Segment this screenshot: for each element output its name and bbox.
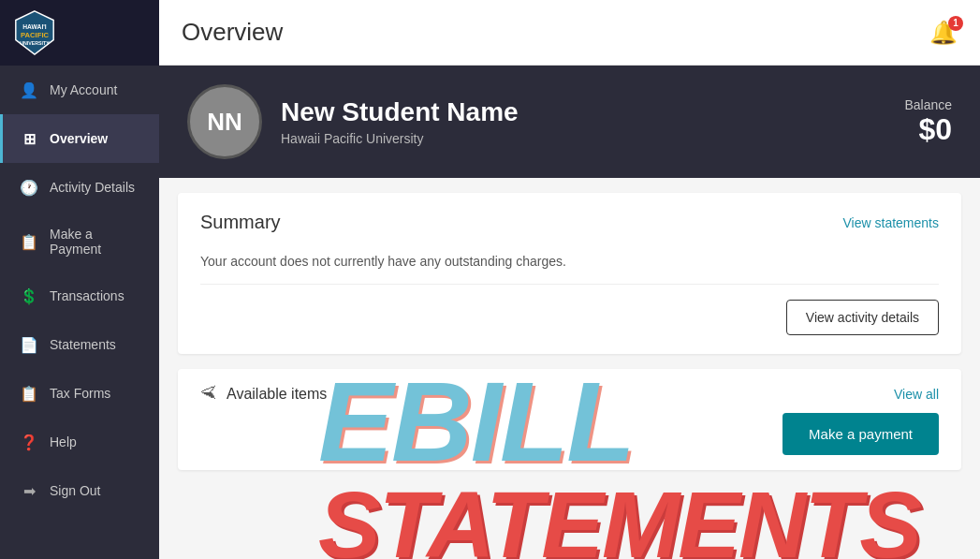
sidebar-label-my-account: My Account — [50, 82, 142, 97]
sidebar-label-help: Help — [50, 434, 142, 449]
available-items-title: ⮘ Available items — [200, 384, 327, 404]
summary-title: Summary — [200, 212, 281, 233]
notification-count: 1 — [948, 16, 963, 31]
profile-info: New Student Name Hawaii Pacific Universi… — [281, 97, 885, 146]
make-payment-button[interactable]: Make a payment — [783, 413, 939, 455]
make-payment-icon: 📋 — [20, 232, 38, 251]
my-account-icon: 👤 — [20, 81, 38, 99]
svg-text:HAWAI'I: HAWAI'I — [22, 23, 47, 30]
sidebar: 👤 My Account ⊞ Overview 🕐 Activity Detai… — [0, 66, 159, 559]
help-icon: ❓ — [20, 433, 38, 451]
sidebar-item-transactions[interactable]: 💲 Transactions — [0, 272, 159, 320]
sidebar-label-statements: Statements — [50, 337, 142, 352]
activity-details-icon: 🕐 — [20, 178, 38, 197]
logo-area: HAWAI'I PACIFIC UNIVERSITY — [0, 0, 159, 66]
view-activity-details-button[interactable]: View activity details — [786, 300, 939, 335]
sidebar-item-statements[interactable]: 📄 Statements — [0, 320, 159, 369]
view-all-link[interactable]: View all — [894, 387, 939, 402]
svg-text:PACIFIC: PACIFIC — [21, 30, 50, 38]
sidebar-label-overview: Overview — [50, 131, 142, 146]
profile-banner: NN New Student Name Hawaii Pacific Unive… — [159, 66, 980, 178]
hpu-logo-icon: HAWAI'I PACIFIC UNIVERSITY — [13, 9, 56, 56]
payment-button-row: Make a payment — [200, 413, 939, 455]
notifications-bell[interactable]: 🔔 1 — [929, 20, 958, 46]
avatar: NN — [187, 84, 262, 159]
overview-icon: ⊞ — [20, 129, 38, 148]
sidebar-label-make-a-payment: Make a Payment — [50, 227, 142, 257]
sidebar-item-tax-forms[interactable]: 📋 Tax Forms — [0, 369, 159, 418]
watermark-statements: STATEMENTS — [318, 478, 973, 559]
tax-forms-icon: 📋 — [20, 384, 38, 403]
svg-text:UNIVERSITY: UNIVERSITY — [20, 40, 50, 46]
page-title: Overview — [182, 18, 929, 47]
available-items-label: Available items — [227, 386, 327, 403]
view-statements-link[interactable]: View statements — [843, 215, 939, 230]
sign-out-icon: ➡ — [20, 481, 38, 500]
summary-header: Summary View statements — [200, 212, 939, 233]
summary-message: Your account does not currently have any… — [200, 246, 939, 285]
sidebar-item-help[interactable]: ❓ Help — [0, 418, 159, 466]
student-name: New Student Name — [281, 97, 885, 127]
logo: HAWAI'I PACIFIC UNIVERSITY — [13, 9, 56, 56]
sidebar-label-tax-forms: Tax Forms — [50, 386, 142, 401]
available-items-header: ⮘ Available items View all — [200, 384, 939, 404]
balance-label: Balance — [904, 97, 952, 112]
sidebar-label-transactions: Transactions — [50, 288, 142, 303]
university-name: Hawaii Pacific University — [281, 131, 885, 146]
summary-section: Summary View statements Your account doe… — [178, 193, 961, 354]
balance-amount: $0 — [904, 112, 952, 147]
sidebar-item-activity-details[interactable]: 🕐 Activity Details — [0, 163, 159, 212]
cursor-icon: ⮘ — [200, 384, 217, 404]
activity-row: View activity details — [200, 300, 939, 335]
sidebar-item-sign-out[interactable]: ➡ Sign Out — [0, 466, 159, 515]
content-area: NN New Student Name Hawaii Pacific Unive… — [159, 66, 980, 559]
sidebar-label-sign-out: Sign Out — [50, 483, 142, 498]
main-layout: 👤 My Account ⊞ Overview 🕐 Activity Detai… — [0, 66, 980, 559]
sidebar-label-activity-details: Activity Details — [50, 180, 142, 195]
balance-area: Balance $0 — [904, 97, 952, 147]
sidebar-item-overview[interactable]: ⊞ Overview — [0, 114, 159, 163]
app-header: HAWAI'I PACIFIC UNIVERSITY Overview 🔔 1 — [0, 0, 980, 66]
sidebar-item-make-a-payment[interactable]: 📋 Make a Payment — [0, 212, 159, 272]
statements-icon: 📄 — [20, 335, 38, 354]
available-items-section: ⮘ Available items View all Make a paymen… — [178, 369, 961, 470]
transactions-icon: 💲 — [20, 287, 38, 305]
sidebar-item-my-account[interactable]: 👤 My Account — [0, 66, 159, 114]
